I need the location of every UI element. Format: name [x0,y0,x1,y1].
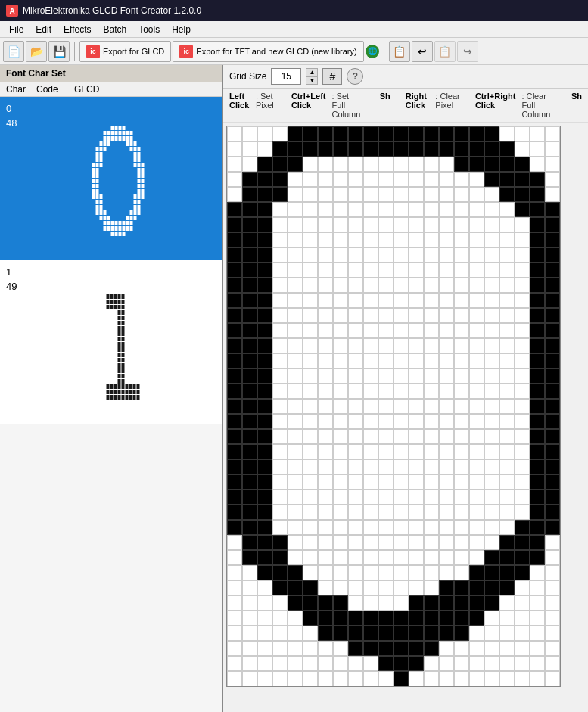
pixel-cell[interactable] [530,490,545,505]
pixel-cell[interactable] [424,550,439,565]
pixel-cell[interactable] [318,353,333,368]
pixel-cell[interactable] [499,126,515,141]
pixel-cell[interactable] [545,217,560,232]
pixel-cell[interactable] [454,126,469,141]
pixel-cell[interactable] [303,595,318,611]
pixel-cell[interactable] [288,459,303,474]
pixel-cell[interactable] [409,505,424,520]
pixel-cell[interactable] [424,595,439,611]
pixel-cell[interactable] [439,232,454,247]
pixel-cell[interactable] [515,308,530,323]
pixel-cell[interactable] [318,505,333,520]
pixel-cell[interactable] [484,202,499,217]
pixel-cell[interactable] [409,157,424,172]
pixel-cell[interactable] [484,550,499,565]
pixel-cell[interactable] [394,384,409,399]
pixel-cell[interactable] [242,323,257,338]
pixel-cell[interactable] [545,353,560,368]
pixel-cell[interactable] [288,278,303,293]
new-button[interactable]: 📄 [3,41,24,62]
pixel-cell[interactable] [333,278,348,293]
pixel-cell[interactable] [288,368,303,384]
pixel-cell[interactable] [530,217,545,232]
pixel-cell[interactable] [257,535,272,550]
pixel-cell[interactable] [348,429,363,444]
pixel-cell[interactable] [303,353,318,368]
pixel-cell[interactable] [409,263,424,278]
pixel-cell[interactable] [303,444,318,459]
pixel-cell[interactable] [424,263,439,278]
pixel-cell[interactable] [378,474,394,490]
pixel-cell[interactable] [499,565,515,580]
pixel-cell[interactable] [318,293,333,308]
pixel-cell[interactable] [469,247,484,263]
pixel-cell[interactable] [348,595,363,611]
pixel-cell[interactable] [257,126,272,141]
pixel-cell[interactable] [484,641,499,656]
pixel-cell[interactable] [242,520,257,535]
pixel-cell[interactable] [272,580,288,595]
pixel-cell[interactable] [227,157,242,172]
pixel-cell[interactable] [363,671,378,686]
pixel-cell[interactable] [288,535,303,550]
pixel-cell[interactable] [288,474,303,490]
pixel-cell[interactable] [348,490,363,505]
pixel-cell[interactable] [288,429,303,444]
pixel-cell[interactable] [409,368,424,384]
pixel-cell[interactable] [303,399,318,414]
pixel-cell[interactable] [530,429,545,444]
pixel-cell[interactable] [288,384,303,399]
pixel-cell[interactable] [515,565,530,580]
pixel-cell[interactable] [424,126,439,141]
pixel-cell[interactable] [348,414,363,429]
pixel-cell[interactable] [363,641,378,656]
pixel-cell[interactable] [363,141,378,157]
pixel-cell[interactable] [333,611,348,626]
pixel-cell[interactable] [499,550,515,565]
pixel-cell[interactable] [424,338,439,353]
pixel-cell[interactable] [333,232,348,247]
pixel-cell[interactable] [394,520,409,535]
pixel-cell[interactable] [424,520,439,535]
pixel-cell[interactable] [469,671,484,686]
pixel-cell[interactable] [530,414,545,429]
pixel-cell[interactable] [545,308,560,323]
pixel-grid-area[interactable] [223,123,588,712]
pixel-cell[interactable] [499,626,515,641]
pixel-cell[interactable] [394,399,409,414]
pixel-cell[interactable] [394,565,409,580]
pixel-cell[interactable] [333,520,348,535]
pixel-cell[interactable] [288,353,303,368]
pixel-cell[interactable] [499,595,515,611]
pixel-cell[interactable] [378,656,394,671]
pixel-cell[interactable] [394,172,409,187]
pixel-cell[interactable] [545,656,560,671]
pixel-cell[interactable] [499,293,515,308]
pixel-cell[interactable] [545,414,560,429]
pixel-cell[interactable] [439,626,454,641]
pixel-cell[interactable] [333,565,348,580]
pixel-cell[interactable] [288,565,303,580]
pixel-cell[interactable] [272,565,288,580]
pixel-cell[interactable] [348,399,363,414]
pixel-cell[interactable] [484,368,499,384]
pixel-cell[interactable] [530,141,545,157]
pixel-cell[interactable] [257,490,272,505]
pixel-cell[interactable] [378,278,394,293]
pixel-cell[interactable] [409,580,424,595]
pixel-cell[interactable] [303,520,318,535]
pixel-cell[interactable] [363,505,378,520]
pixel-cell[interactable] [272,172,288,187]
pixel-cell[interactable] [348,232,363,247]
pixel-cell[interactable] [288,641,303,656]
pixel-cell[interactable] [454,459,469,474]
pixel-cell[interactable] [424,535,439,550]
pixel-cell[interactable] [363,323,378,338]
pixel-cell[interactable] [348,368,363,384]
pixel-cell[interactable] [363,202,378,217]
export-tft-button[interactable]: ic Export for TFT and new GLCD (new libr… [173,41,363,62]
pixel-cell[interactable] [288,505,303,520]
pixel-cell[interactable] [348,202,363,217]
pixel-cell[interactable] [484,308,499,323]
pixel-cell[interactable] [272,263,288,278]
